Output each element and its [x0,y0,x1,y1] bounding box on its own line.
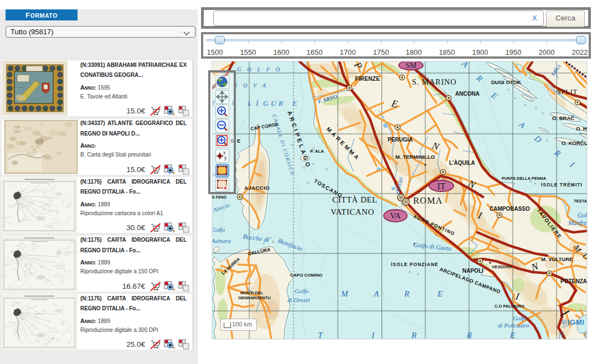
svg-text:MONTI DEL: MONTI DEL [240,290,264,295]
svg-text:N: N [558,331,564,340]
svg-text:R: R [278,99,283,107]
svg-text:PUNTA DELLA PENNA: PUNTA DELLA PENNA [502,176,547,181]
svg-text:O: O [584,331,590,340]
svg-text:E: E [437,289,442,298]
svg-text:IT: IT [437,181,445,191]
svg-text:O. KORČUL: O. KORČUL [562,140,591,146]
svg-text:y: y [224,155,227,160]
svg-text:E: E [292,99,297,107]
svg-text:VATICANO: VATICANO [331,207,374,216]
svg-text:P. ALA: P. ALA [310,149,324,154]
svg-text:Asinara: Asinara [211,237,231,244]
svg-text:Golfo: Golfo [578,212,592,219]
svg-text:SM: SM [405,61,417,70]
svg-text:A: A [373,289,379,298]
svg-text:U: U [271,99,277,107]
svg-text:Golfo: Golfo [513,315,527,321]
svg-text:R: R [466,331,472,340]
svg-text:NAPOLI: NAPOLI [462,268,483,274]
svg-text:AJACCIO: AJACCIO [244,185,270,191]
svg-text:SPLIT: SPLIT [557,88,578,96]
svg-text:VA: VA [390,211,401,220]
svg-text:R: R [404,289,409,298]
svg-text:S. MARINO: S. MARINO [412,78,457,86]
svg-text:ROMA: ROMA [413,195,443,206]
svg-text:Manfredonia: Manfredonia [568,220,592,227]
svg-text:M: M [341,289,349,298]
svg-text:Golfo: Golfo [211,226,225,233]
svg-text:GENNARGENTU: GENNARGENTU [238,295,271,300]
svg-text:O. BRAČ: O. BRAČ [552,115,574,121]
svg-text:ÌSOLE TRÈMITI: ÌSOLE TRÈMITI [540,182,583,188]
svg-text:M. VÙLTURE: M. VÙLTURE [541,256,573,262]
svg-text:DUGI OTOK: DUGI OTOK [491,79,521,85]
svg-text:ANCONA: ANCONA [455,91,480,97]
svg-text:E: E [509,331,515,340]
svg-text:CAMPOBASSO: CAMPOBASSO [490,206,530,212]
svg-text:I: I [371,331,375,340]
svg-text:G O L F O: G O L F O [237,66,282,72]
svg-text:M. TERMINILLO: M. TERMINILLO [395,154,435,160]
svg-text:di Policastro: di Policastro [498,322,529,329]
svg-text:L'ÀQUILA: L'ÀQUILA [449,159,475,166]
svg-text:E FENO: E FENO [212,195,227,199]
svg-text:FIRENZE: FIRENZE [355,75,380,82]
svg-text:C.O PALINURO: C.O PALINURO [495,304,524,309]
svg-text:ÌSOLE PONZIANE: ÌSOLE PONZIANE [390,262,439,267]
svg-text:VESÙVIO: VESÙVIO [492,264,512,269]
svg-text:Ì: Ì [255,99,259,107]
svg-text:POTENZA: POTENZA [560,278,587,284]
svg-text:di Orosèi: di Orosèi [287,297,310,303]
svg-text:CAPO COMINO: CAPO COMINO [290,273,322,278]
svg-text:R: R [411,331,416,340]
svg-text:PERUGIA: PERUGIA [388,137,413,143]
svg-text:O. HV: O. HV [576,126,591,132]
svg-text:E: E [237,138,240,144]
svg-text:G: G [263,99,269,107]
svg-text:L: L [247,99,251,107]
svg-text:TESTA D: TESTA D [574,199,591,204]
svg-text:Golfo: Golfo [295,288,309,294]
